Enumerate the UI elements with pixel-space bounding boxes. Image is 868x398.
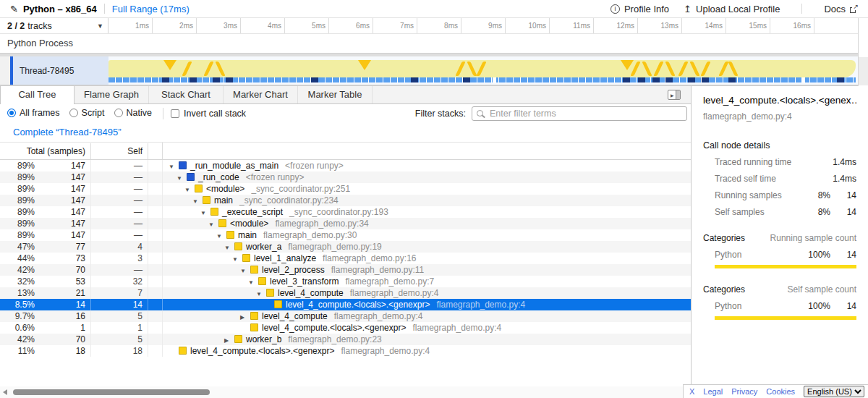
detail-row: Traced self time 1.4ms	[703, 174, 856, 184]
track-marker-icon[interactable]	[653, 62, 663, 76]
collapse-arrow-icon[interactable]: ▼	[256, 289, 266, 299]
invert-call-stack-checkbox[interactable]: Invert call stack	[171, 109, 246, 119]
scroll-left-icon[interactable]	[3, 389, 7, 395]
call-tree-row[interactable]: 0.6%1 1 level_4_compute.<locals>.<genexp…	[0, 322, 691, 334]
upload-profile-button[interactable]: ↥ Upload Local Profile	[684, 4, 780, 14]
call-tree-row[interactable]: 89%147 — ▼main_sync_coordinator.py:234	[0, 195, 691, 206]
track-marker-icon[interactable]	[678, 62, 688, 76]
track-marker-icon[interactable]	[621, 60, 634, 70]
language-select[interactable]: English (US)	[804, 386, 864, 397]
category-yellow-icon	[203, 196, 210, 204]
tracks-dropdown-button[interactable]: 2 / 2 tracks ▼	[0, 18, 109, 33]
track-thread[interactable]: Thread-78495	[0, 56, 868, 85]
call-tree-row[interactable]: 8.5%14 14 level_4_compute.<locals>.<gene…	[0, 299, 691, 310]
sample-dark-segment	[728, 77, 736, 82]
collapse-arrow-icon[interactable]: ▼	[176, 173, 187, 183]
call-tree-row[interactable]: 44%73 3 ▼level_1_analyzeflamegraph_demo.…	[0, 253, 691, 264]
track-marker-icon[interactable]	[203, 62, 213, 76]
track-marker-icon[interactable]	[642, 62, 652, 76]
footer-link-cookies[interactable]: Cookies	[766, 387, 795, 396]
sidebar-toggle-button[interactable]	[668, 90, 681, 100]
call-tree-panel: Call TreeFlame GraphStack ChartMarker Ch…	[0, 86, 691, 398]
collapse-arrow-icon[interactable]: ▼	[240, 266, 250, 276]
ruler-tick: 15ms	[726, 18, 770, 33]
column-self[interactable]: Self	[91, 143, 148, 159]
call-tree-row[interactable]: 47%77 4 ▼worker_aflamegraph_demo.py:19	[0, 241, 691, 253]
track-marker-icon[interactable]	[467, 62, 477, 76]
samples-strip	[109, 77, 856, 82]
activity-band	[109, 60, 856, 77]
call-tree-row[interactable]: 42%70 — ▼level_2_processflamegraph_demo.…	[0, 264, 691, 276]
expand-arrow-icon[interactable]: ▶	[224, 335, 234, 345]
tab-flame-graph[interactable]: Flame Graph	[75, 86, 149, 103]
call-tree-row[interactable]: 32%53 32 ▼level_3_transformflamegraph_de…	[0, 276, 691, 287]
track-marker-icon[interactable]	[163, 60, 176, 70]
collapse-arrow-icon[interactable]: ▼	[169, 161, 179, 172]
tab-marker-chart[interactable]: Marker Chart	[224, 86, 298, 103]
collapse-arrow-icon[interactable]: ▼	[232, 254, 242, 264]
profile-info-button[interactable]: i Profile Info	[610, 4, 669, 14]
footer-link-privacy[interactable]: Privacy	[731, 387, 757, 396]
call-tree-row[interactable]: 89%147 — ▼_run_code<frozen runpy>	[0, 172, 691, 183]
selected-node-title: level_4_compute.<locals>.<genex…	[703, 95, 856, 106]
call-tree-row[interactable]: 89%147 — ▼mainflamegraph_demo.py:30	[0, 229, 691, 241]
thread-track-label[interactable]: Thread-78495	[13, 56, 109, 85]
column-spacer	[148, 143, 163, 159]
track-marker-icon[interactable]	[476, 62, 486, 76]
call-tree-row[interactable]: 11%18 18 level_4_compute.<locals>.<genex…	[0, 345, 691, 357]
track-marker-icon[interactable]	[665, 62, 675, 76]
filter-stacks-label: Filter stacks:	[415, 109, 466, 119]
collapse-arrow-icon[interactable]: ▼	[224, 242, 234, 253]
track-marker-icon[interactable]	[182, 62, 192, 76]
collapse-arrow-icon[interactable]: ▼	[216, 231, 226, 241]
scrollbar-thumb[interactable]	[13, 389, 210, 395]
divider	[801, 4, 802, 14]
thread-activity-graph[interactable]	[109, 56, 868, 85]
profile-name[interactable]: Python – x86_64	[23, 4, 97, 14]
call-tree-row[interactable]: 42%70 5 ▶worker_bflamegraph_demo.py:23	[0, 334, 691, 345]
radio-script[interactable]: Script	[69, 108, 105, 118]
collapse-arrow-icon[interactable]: ▼	[192, 196, 203, 206]
category-yellow-icon	[258, 277, 266, 285]
collapse-arrow-icon[interactable]: ▼	[184, 185, 195, 195]
ruler-tick: 6ms	[329, 18, 373, 33]
track-marker-icon[interactable]	[718, 62, 728, 76]
call-tree-row[interactable]: 89%147 — ▼<module>_sync_coordinator.py:2…	[0, 183, 691, 195]
track-marker-icon[interactable]	[689, 62, 699, 76]
divider	[104, 4, 105, 14]
footer-link-x[interactable]: X	[689, 387, 694, 396]
timeline-ruler[interactable]: 1ms2ms3ms4ms5ms6ms7ms8ms9ms10ms11ms12ms1…	[109, 18, 868, 33]
expand-arrow-icon[interactable]: ▶	[240, 312, 250, 322]
track-marker-icon[interactable]	[455, 62, 465, 76]
footer-link-legal[interactable]: Legal	[703, 387, 723, 396]
sample-dark-segment	[411, 77, 418, 82]
docs-link[interactable]: Docs	[824, 4, 858, 14]
call-tree-row[interactable]: 89%147 — ▼_execute_script_sync_coordinat…	[0, 206, 691, 218]
category-yellow-icon	[250, 266, 258, 274]
radio-native[interactable]: Native	[114, 108, 152, 118]
track-python-process[interactable]: Python Process	[0, 34, 868, 53]
track-marker-icon[interactable]	[215, 62, 225, 76]
radio-icon	[7, 109, 16, 117]
tab-marker-table[interactable]: Marker Table	[298, 86, 373, 103]
radio-all-frames[interactable]: All frames	[7, 108, 60, 118]
track-marker-icon[interactable]	[700, 62, 710, 76]
full-range-button[interactable]: Full Range (17ms)	[112, 4, 190, 14]
call-tree-row[interactable]: 9.7%16 5 ▶level_4_computeflamegraph_demo…	[0, 310, 691, 322]
horizontal-scrollbar[interactable]	[0, 386, 691, 398]
tab-stack-chart[interactable]: Stack Chart	[149, 86, 224, 103]
filter-stacks-input[interactable]	[472, 106, 687, 121]
collapse-arrow-icon[interactable]: ▼	[248, 277, 258, 287]
tab-call-tree[interactable]: Call Tree	[0, 86, 75, 104]
search-icon	[477, 110, 483, 117]
call-tree-row[interactable]: 89%147 — ▼<module>flamegraph_demo.py:34	[0, 218, 691, 229]
breadcrumb[interactable]: Complete “Thread-78495”	[0, 123, 691, 143]
call-tree-row[interactable]: 89%147 — ▼_run_module_as_main<frozen run…	[0, 160, 691, 172]
edit-profile-name-icon[interactable]: ✎	[10, 4, 18, 14]
collapse-arrow-icon[interactable]: ▼	[208, 219, 218, 229]
collapse-arrow-icon[interactable]: ▼	[200, 208, 210, 218]
track-marker-icon[interactable]	[358, 60, 371, 70]
call-tree-row[interactable]: 13%21 7 ▼level_4_computeflamegraph_demo.…	[0, 287, 691, 299]
track-marker-icon[interactable]	[728, 62, 738, 76]
column-total[interactable]: Total (samples)	[0, 143, 91, 159]
